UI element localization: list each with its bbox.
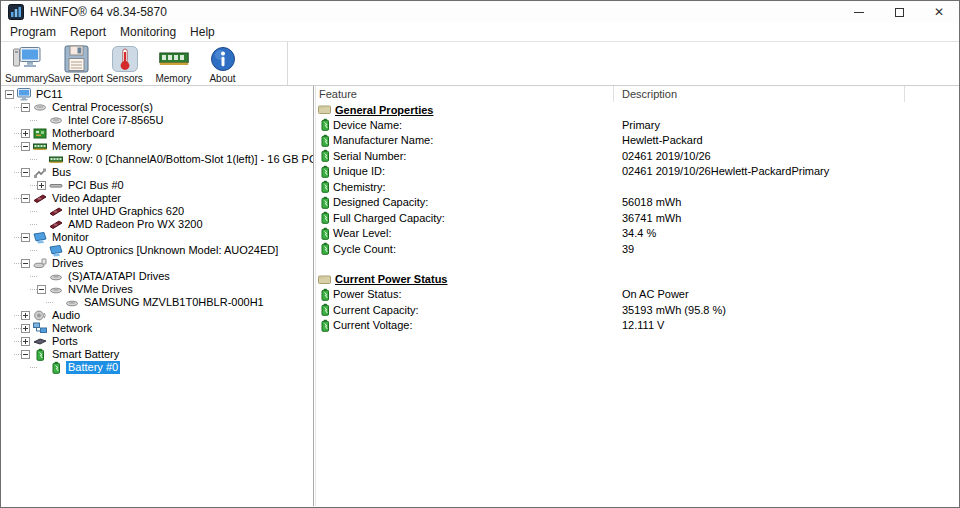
- tree-item-s-ata-atapi-drives[interactable]: (S)ATA/ATAPI Drives: [1, 270, 313, 283]
- column-divider[interactable]: [613, 86, 614, 102]
- toolbar-summary-button[interactable]: Summary: [2, 42, 51, 86]
- tree-item-samsung-mzvlb1t0hblr-000h1[interactable]: SAMSUNG MZVLB1T0HBLR-000H1: [1, 296, 313, 309]
- memory-icon: [49, 153, 63, 166]
- computer-icon: [17, 88, 31, 101]
- section-title: Current Power Status: [335, 273, 447, 285]
- tree-item-label: Intel UHD Graphics 620: [66, 205, 186, 218]
- tree-item-battery-0[interactable]: Battery #0: [1, 361, 313, 374]
- collapse-icon[interactable]: [5, 90, 14, 99]
- bus-icon: [33, 166, 47, 179]
- toolbar-memory-button[interactable]: Memory: [149, 42, 198, 86]
- menu-item-program[interactable]: Program: [3, 23, 63, 41]
- toolbar-sensors-button[interactable]: Sensors: [100, 42, 149, 86]
- tree-item-drives[interactable]: Drives: [1, 257, 313, 270]
- tree-connector: [30, 289, 37, 290]
- tree-item-label: Row: 0 [ChannelA0/Bottom-Slot 1(left)] -…: [66, 153, 313, 166]
- tree-item-motherboard[interactable]: Motherboard: [1, 127, 313, 140]
- tree-item-label: Drives: [50, 257, 85, 270]
- feature-row-current-capacity[interactable]: Current Capacity:35193 mWh (95.8 %): [316, 302, 959, 318]
- collapse-icon[interactable]: [21, 142, 30, 151]
- toolbar-button-label: Save Report: [48, 73, 104, 84]
- menu-item-report[interactable]: Report: [63, 23, 113, 41]
- tree-connector: [30, 120, 37, 121]
- tree-item-smart-battery[interactable]: Smart Battery: [1, 348, 313, 361]
- tree-item-pci-bus-0[interactable]: PCI Bus #0: [1, 179, 313, 192]
- feature-row-current-voltage[interactable]: Current Voltage:12.111 V: [316, 318, 959, 334]
- close-button[interactable]: ✕: [919, 1, 959, 23]
- battery-icon: [318, 303, 332, 316]
- maximize-button[interactable]: [879, 1, 919, 23]
- tree-indent-spacer: [37, 116, 46, 125]
- feature-row-full-charged-capacity[interactable]: Full Charged Capacity:36741 mWh: [316, 210, 959, 226]
- column-header-feature[interactable]: Feature: [319, 88, 357, 100]
- collapse-icon[interactable]: [21, 259, 30, 268]
- tree-connector: [30, 224, 37, 225]
- collapse-icon[interactable]: [37, 285, 46, 294]
- feature-row-serial-number[interactable]: Serial Number:02461 2019/10/26: [316, 148, 959, 164]
- expand-icon[interactable]: [21, 311, 30, 320]
- tree-connector: [30, 211, 37, 212]
- collapse-icon[interactable]: [21, 194, 30, 203]
- device-tree: PC11Central Processor(s)Intel Core i7-85…: [1, 86, 313, 506]
- tree-indent-spacer: [53, 298, 62, 307]
- tree-item-central-processor-s[interactable]: Central Processor(s): [1, 101, 313, 114]
- window-controls: ✕: [839, 1, 959, 23]
- battery-icon: [49, 361, 63, 374]
- tree-item-pc11[interactable]: PC11: [1, 88, 313, 101]
- minimize-button[interactable]: [839, 1, 879, 23]
- feature-row-wear-level[interactable]: Wear Level:34.4 %: [316, 226, 959, 242]
- column-header-row: Feature Description: [316, 86, 959, 102]
- ports-icon: [33, 335, 47, 348]
- tree-item-intel-uhd-graphics-620[interactable]: Intel UHD Graphics 620: [1, 205, 313, 218]
- tree-item-bus[interactable]: Bus: [1, 166, 313, 179]
- feature-name: Current Voltage:: [333, 319, 413, 331]
- feature-row-power-status[interactable]: Power Status:On AC Power: [316, 287, 959, 303]
- tree-item-video-adapter[interactable]: Video Adapter: [1, 192, 313, 205]
- window-title: HWiNFO® 64 v8.34-5870: [30, 5, 839, 19]
- battery-icon: [318, 149, 332, 162]
- feature-panel: Feature Description General PropertiesDe…: [316, 86, 959, 506]
- feature-row-designed-capacity[interactable]: Designed Capacity:56018 mWh: [316, 195, 959, 211]
- feature-row-unique-id[interactable]: Unique ID:02461 2019/10/26Hewlett-Packar…: [316, 164, 959, 180]
- tree-item-label: (S)ATA/ATAPI Drives: [66, 270, 172, 283]
- toolbar-save-report-button[interactable]: Save Report: [51, 42, 100, 86]
- tree-connector: [14, 328, 21, 329]
- collapse-icon[interactable]: [21, 168, 30, 177]
- collapse-icon[interactable]: [21, 103, 30, 112]
- feature-row-device-name[interactable]: Device Name:Primary: [316, 117, 959, 133]
- tree-item-label: Intel Core i7-8565U: [66, 114, 165, 127]
- drives-icon: [33, 257, 47, 270]
- tree-item-memory[interactable]: Memory: [1, 140, 313, 153]
- tree-item-ports[interactable]: Ports: [1, 335, 313, 348]
- feature-name: Serial Number:: [333, 150, 406, 162]
- toolbar-band: SummarySave ReportSensorsMemoryAbout: [1, 42, 288, 85]
- expand-icon[interactable]: [37, 181, 46, 190]
- feature-row-chemistry[interactable]: Chemistry:: [316, 179, 959, 195]
- tree-item-row-0-channela0-bottom-slot-1-left-16-gb-pc4-2560[interactable]: Row: 0 [ChannelA0/Bottom-Slot 1(left)] -…: [1, 153, 313, 166]
- close-icon: ✕: [934, 6, 944, 18]
- column-header-description[interactable]: Description: [622, 88, 677, 100]
- expand-icon[interactable]: [21, 337, 30, 346]
- expand-icon[interactable]: [21, 324, 30, 333]
- folder-icon: [318, 104, 331, 115]
- tree-item-network[interactable]: Network: [1, 322, 313, 335]
- toolbar-about-button[interactable]: About: [198, 42, 247, 86]
- tree-indent-spacer: [37, 220, 46, 229]
- menu-item-help[interactable]: Help: [183, 23, 222, 41]
- tree-item-audio[interactable]: Audio: [1, 309, 313, 322]
- menu-item-monitoring[interactable]: Monitoring: [113, 23, 183, 41]
- title-bar[interactable]: HWiNFO® 64 v8.34-5870 ✕: [1, 1, 959, 23]
- tree-connector: [14, 107, 21, 108]
- expand-icon[interactable]: [21, 129, 30, 138]
- tree-item-nvme-drives[interactable]: NVMe Drives: [1, 283, 313, 296]
- feature-row-cycle-count[interactable]: Cycle Count:39: [316, 241, 959, 257]
- feature-row-manufacturer-name[interactable]: Manufacturer Name:Hewlett-Packard: [316, 133, 959, 149]
- tree-connector: [30, 250, 37, 251]
- collapse-icon[interactable]: [21, 350, 30, 359]
- tree-item-amd-radeon-pro-wx-3200[interactable]: AMD Radeon Pro WX 3200: [1, 218, 313, 231]
- tree-item-au-optronics-unknown-model-auo24ed[interactable]: AU Optronics [Unknown Model: AUO24ED]: [1, 244, 313, 257]
- tree-item-monitor[interactable]: Monitor: [1, 231, 313, 244]
- column-divider[interactable]: [904, 86, 905, 102]
- collapse-icon[interactable]: [21, 233, 30, 242]
- tree-item-intel-core-i7-8565u[interactable]: Intel Core i7-8565U: [1, 114, 313, 127]
